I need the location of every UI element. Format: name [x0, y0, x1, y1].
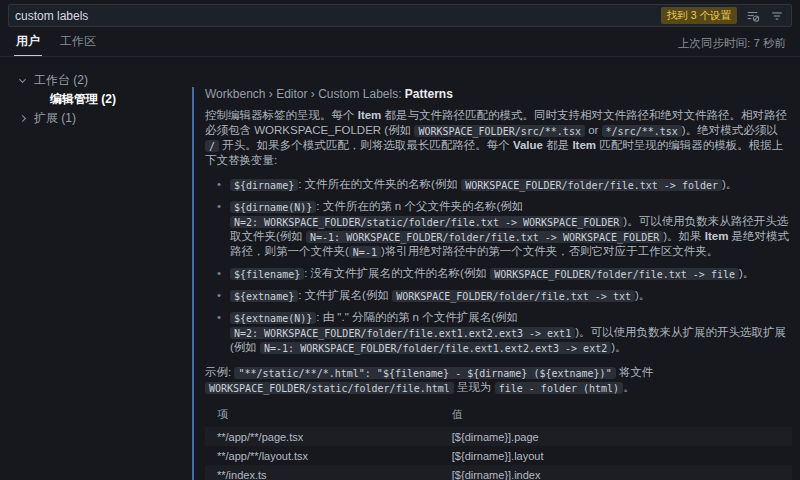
search-input[interactable] [15, 9, 653, 23]
table-row[interactable]: **/app/**/layout.tsx [${dirname}].layout [205, 446, 792, 465]
column-header-value: 值 [440, 407, 792, 422]
results-count-badge: 找到 3 个设置 [661, 7, 737, 24]
setting-description: 控制编辑器标签的呈现。每个 Item 都是与文件路径匹配的模式。同时支持相对文件… [205, 108, 792, 168]
setting-breadcrumb: Workbench › Editor › Custom Labels: Patt… [205, 87, 792, 101]
toc-item-editor-management[interactable]: 编辑管理 (2) [0, 90, 192, 109]
clear-filters-icon[interactable] [745, 8, 761, 24]
patterns-table-header: 项 值 [205, 405, 792, 427]
row-key: **/index.ts [205, 467, 440, 480]
settings-toc: 工作台 (2) 编辑管理 (2) 扩展 (1) [0, 57, 192, 480]
variable-extname-n: ${extname(N)}: 由 "." 分隔的的第 n 个文件扩展名(例如 N… [217, 310, 792, 355]
row-value: [${dirname}].index [440, 467, 792, 480]
setting-custom-labels-patterns: Workbench › Editor › Custom Labels: Patt… [192, 87, 792, 480]
toc-label: 扩展 (1) [34, 110, 76, 127]
tab-workspace[interactable]: 工作区 [58, 28, 98, 56]
chevron-down-icon [19, 76, 26, 83]
sync-status-label: 上次同步时间: 7 秒前 [678, 36, 786, 51]
column-header-item: 项 [205, 407, 440, 422]
row-value: [${dirname}].page [440, 429, 792, 445]
variable-dirname: ${dirname}: 文件所在的文件夹的名称(例如 WORKSPACE_FOL… [217, 177, 792, 192]
variable-dirname-n: ${dirname(N)}: 文件所在的第 n 个父文件夹的名称(例如 N=2:… [217, 199, 792, 259]
toc-label: 编辑管理 (2) [50, 91, 116, 108]
chevron-right-icon [19, 115, 26, 122]
toc-item-extensions[interactable]: 扩展 (1) [0, 109, 192, 128]
table-row[interactable]: **/index.ts [${dirname}].index [205, 465, 792, 480]
settings-search-box[interactable]: 找到 3 个设置 [8, 4, 792, 27]
toc-item-workbench[interactable]: 工作台 (2) [0, 71, 192, 90]
setting-title: Patterns [405, 87, 453, 101]
tab-user[interactable]: 用户 [14, 28, 42, 56]
scope-tabs: 用户 工作区 [14, 30, 98, 56]
toc-label: 工作台 (2) [34, 72, 88, 89]
row-value: [${dirname}].layout [440, 448, 792, 464]
variable-extname: ${extname}: 文件扩展名(例如 WORKSPACE_FOLDER/fo… [217, 288, 792, 303]
setting-example: 示例: "**/static/**/*.html": "${filename} … [205, 365, 792, 395]
filter-icon[interactable] [769, 8, 785, 24]
row-key: **/app/**/layout.tsx [205, 448, 440, 464]
settings-scope-bar: 用户 工作区 上次同步时间: 7 秒前 [0, 30, 800, 57]
table-row[interactable]: **/app/**/page.tsx [${dirname}].page [205, 427, 792, 446]
breadcrumb-path: Workbench › Editor › Custom Labels: [205, 87, 405, 101]
variable-filename: ${filename}: 没有文件扩展名的文件的名称(例如 WORKSPACE_… [217, 266, 792, 281]
settings-content: Workbench › Editor › Custom Labels: Patt… [192, 57, 800, 480]
patterns-table: 项 值 **/app/**/page.tsx [${dirname}].page… [205, 405, 792, 480]
settings-search-bar: 找到 3 个设置 [0, 0, 800, 30]
row-key: **/app/**/page.tsx [205, 429, 440, 445]
variable-list: ${dirname}: 文件所在的文件夹的名称(例如 WORKSPACE_FOL… [217, 177, 792, 355]
